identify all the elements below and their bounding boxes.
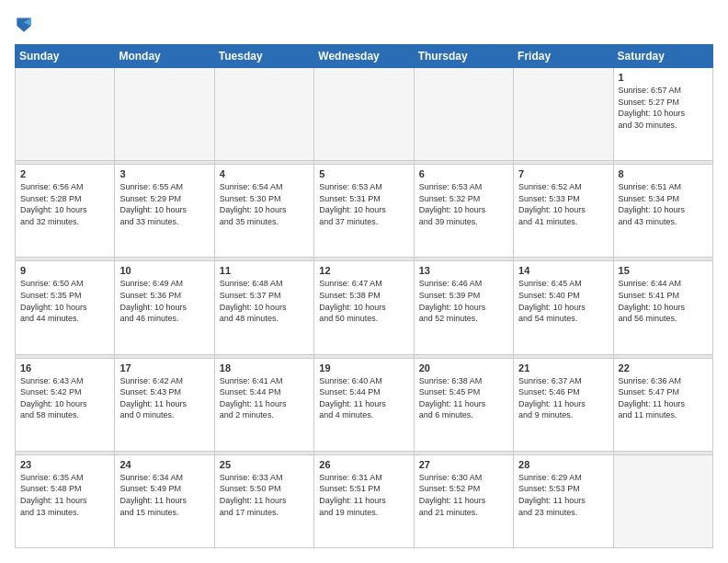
day-info: Sunrise: 6:57 AM Sunset: 5:27 PM Dayligh…	[619, 85, 708, 131]
day-info: Sunrise: 6:45 AM Sunset: 5:40 PM Dayligh…	[518, 278, 608, 324]
day-number: 19	[319, 362, 408, 373]
logo	[15, 15, 37, 37]
weekday-header-monday: Monday	[115, 45, 214, 68]
day-info: Sunrise: 6:44 AM Sunset: 5:41 PM Dayligh…	[619, 278, 708, 324]
day-info: Sunrise: 6:38 AM Sunset: 5:45 PM Dayligh…	[419, 375, 508, 421]
calendar: SundayMondayTuesdayWednesdayThursdayFrid…	[15, 44, 713, 548]
weekday-header-tuesday: Tuesday	[214, 45, 313, 68]
weekday-header-friday: Friday	[514, 45, 613, 68]
day-cell: 22Sunrise: 6:36 AM Sunset: 5:47 PM Dayli…	[613, 358, 712, 451]
day-info: Sunrise: 6:43 AM Sunset: 5:42 PM Dayligh…	[20, 375, 109, 421]
day-number: 5	[319, 168, 408, 179]
day-cell: 8Sunrise: 6:51 AM Sunset: 5:34 PM Daylig…	[613, 165, 712, 258]
day-number: 4	[220, 168, 309, 179]
day-cell: 11Sunrise: 6:48 AM Sunset: 5:37 PM Dayli…	[214, 261, 313, 354]
day-cell	[314, 68, 414, 161]
day-cell: 9Sunrise: 6:50 AM Sunset: 5:35 PM Daylig…	[16, 261, 115, 354]
day-number: 14	[518, 265, 608, 276]
day-info: Sunrise: 6:41 AM Sunset: 5:44 PM Dayligh…	[220, 375, 309, 421]
week-row-3: 9Sunrise: 6:50 AM Sunset: 5:35 PM Daylig…	[16, 261, 713, 354]
day-cell: 14Sunrise: 6:45 AM Sunset: 5:40 PM Dayli…	[514, 261, 613, 354]
day-number: 27	[419, 459, 508, 470]
day-cell	[613, 454, 712, 547]
day-cell	[115, 68, 214, 161]
day-number: 3	[119, 168, 209, 179]
day-info: Sunrise: 6:56 AM Sunset: 5:28 PM Dayligh…	[20, 181, 109, 227]
day-info: Sunrise: 6:47 AM Sunset: 5:38 PM Dayligh…	[319, 278, 408, 324]
day-cell: 1Sunrise: 6:57 AM Sunset: 5:27 PM Daylig…	[613, 68, 712, 161]
day-cell: 17Sunrise: 6:42 AM Sunset: 5:43 PM Dayli…	[115, 358, 214, 451]
day-info: Sunrise: 6:29 AM Sunset: 5:53 PM Dayligh…	[518, 472, 608, 518]
day-cell: 2Sunrise: 6:56 AM Sunset: 5:28 PM Daylig…	[16, 165, 115, 258]
day-number: 26	[319, 459, 408, 470]
day-cell: 25Sunrise: 6:33 AM Sunset: 5:50 PM Dayli…	[214, 454, 313, 547]
day-number: 16	[20, 362, 109, 373]
day-cell: 27Sunrise: 6:30 AM Sunset: 5:52 PM Dayli…	[414, 454, 513, 547]
weekday-header-saturday: Saturday	[613, 45, 712, 68]
day-info: Sunrise: 6:30 AM Sunset: 5:52 PM Dayligh…	[419, 472, 508, 518]
weekday-header-wednesday: Wednesday	[314, 45, 414, 68]
day-info: Sunrise: 6:53 AM Sunset: 5:31 PM Dayligh…	[319, 181, 408, 227]
weekday-header-thursday: Thursday	[414, 45, 513, 68]
day-number: 21	[518, 362, 608, 373]
day-cell: 12Sunrise: 6:47 AM Sunset: 5:38 PM Dayli…	[314, 261, 414, 354]
page: SundayMondayTuesdayWednesdayThursdayFrid…	[0, 0, 728, 563]
day-number: 12	[319, 265, 408, 276]
day-cell: 28Sunrise: 6:29 AM Sunset: 5:53 PM Dayli…	[514, 454, 613, 547]
day-cell	[414, 68, 513, 161]
day-cell: 26Sunrise: 6:31 AM Sunset: 5:51 PM Dayli…	[314, 454, 414, 547]
day-number: 25	[220, 459, 309, 470]
day-info: Sunrise: 6:55 AM Sunset: 5:29 PM Dayligh…	[119, 181, 209, 227]
day-cell: 24Sunrise: 6:34 AM Sunset: 5:49 PM Dayli…	[115, 454, 214, 547]
day-info: Sunrise: 6:37 AM Sunset: 5:46 PM Dayligh…	[518, 375, 608, 421]
day-cell: 5Sunrise: 6:53 AM Sunset: 5:31 PM Daylig…	[314, 165, 414, 258]
week-row-1: 1Sunrise: 6:57 AM Sunset: 5:27 PM Daylig…	[16, 68, 713, 161]
week-row-2: 2Sunrise: 6:56 AM Sunset: 5:28 PM Daylig…	[16, 165, 713, 258]
week-row-4: 16Sunrise: 6:43 AM Sunset: 5:42 PM Dayli…	[16, 358, 713, 451]
day-cell	[16, 68, 115, 161]
day-cell: 23Sunrise: 6:35 AM Sunset: 5:48 PM Dayli…	[16, 454, 115, 547]
day-number: 13	[419, 265, 508, 276]
day-number: 1	[619, 72, 708, 83]
day-info: Sunrise: 6:34 AM Sunset: 5:49 PM Dayligh…	[119, 472, 209, 518]
day-cell: 7Sunrise: 6:52 AM Sunset: 5:33 PM Daylig…	[514, 165, 613, 258]
day-number: 9	[20, 265, 109, 276]
day-info: Sunrise: 6:33 AM Sunset: 5:50 PM Dayligh…	[220, 472, 309, 518]
day-cell: 19Sunrise: 6:40 AM Sunset: 5:44 PM Dayli…	[314, 358, 414, 451]
day-cell	[214, 68, 313, 161]
day-info: Sunrise: 6:36 AM Sunset: 5:47 PM Dayligh…	[619, 375, 708, 421]
day-number: 7	[518, 168, 608, 179]
day-number: 23	[20, 459, 109, 470]
day-cell: 18Sunrise: 6:41 AM Sunset: 5:44 PM Dayli…	[214, 358, 313, 451]
weekday-header-row: SundayMondayTuesdayWednesdayThursdayFrid…	[16, 45, 713, 68]
day-cell: 15Sunrise: 6:44 AM Sunset: 5:41 PM Dayli…	[613, 261, 712, 354]
day-number: 20	[419, 362, 508, 373]
day-number: 28	[518, 459, 608, 470]
day-cell: 10Sunrise: 6:49 AM Sunset: 5:36 PM Dayli…	[115, 261, 214, 354]
day-info: Sunrise: 6:51 AM Sunset: 5:34 PM Dayligh…	[619, 181, 708, 227]
logo-icon	[15, 15, 33, 37]
day-number: 11	[220, 265, 309, 276]
day-number: 15	[619, 265, 708, 276]
day-info: Sunrise: 6:50 AM Sunset: 5:35 PM Dayligh…	[20, 278, 109, 324]
day-info: Sunrise: 6:53 AM Sunset: 5:32 PM Dayligh…	[419, 181, 508, 227]
day-cell: 20Sunrise: 6:38 AM Sunset: 5:45 PM Dayli…	[414, 358, 513, 451]
day-info: Sunrise: 6:42 AM Sunset: 5:43 PM Dayligh…	[119, 375, 209, 421]
day-info: Sunrise: 6:31 AM Sunset: 5:51 PM Dayligh…	[319, 472, 408, 518]
day-cell: 4Sunrise: 6:54 AM Sunset: 5:30 PM Daylig…	[214, 165, 313, 258]
day-info: Sunrise: 6:52 AM Sunset: 5:33 PM Dayligh…	[518, 181, 608, 227]
day-info: Sunrise: 6:54 AM Sunset: 5:30 PM Dayligh…	[220, 181, 309, 227]
day-number: 17	[119, 362, 209, 373]
week-row-5: 23Sunrise: 6:35 AM Sunset: 5:48 PM Dayli…	[16, 454, 713, 547]
day-number: 22	[619, 362, 708, 373]
day-info: Sunrise: 6:46 AM Sunset: 5:39 PM Dayligh…	[419, 278, 508, 324]
day-info: Sunrise: 6:35 AM Sunset: 5:48 PM Dayligh…	[20, 472, 109, 518]
day-cell: 21Sunrise: 6:37 AM Sunset: 5:46 PM Dayli…	[514, 358, 613, 451]
day-number: 10	[119, 265, 209, 276]
day-info: Sunrise: 6:48 AM Sunset: 5:37 PM Dayligh…	[220, 278, 309, 324]
day-cell: 13Sunrise: 6:46 AM Sunset: 5:39 PM Dayli…	[414, 261, 513, 354]
day-cell: 6Sunrise: 6:53 AM Sunset: 5:32 PM Daylig…	[414, 165, 513, 258]
day-info: Sunrise: 6:49 AM Sunset: 5:36 PM Dayligh…	[119, 278, 209, 324]
day-number: 18	[220, 362, 309, 373]
day-number: 2	[20, 168, 109, 179]
